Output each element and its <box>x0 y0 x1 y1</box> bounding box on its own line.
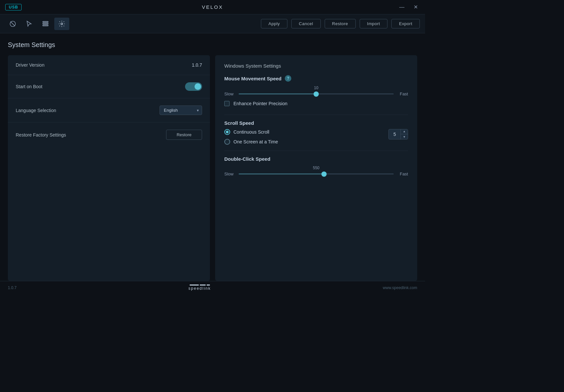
footer-version: 1.0.7 <box>8 286 17 290</box>
titlebar-left: USB <box>5 4 22 10</box>
cancel-button[interactable]: Cancel <box>291 19 320 28</box>
spinner-controls: ▲ ▼ <box>401 129 408 139</box>
svg-point-5 <box>61 23 63 25</box>
enhance-pointer-row: Enhance Pointer Precision <box>224 101 408 106</box>
mouse-speed-slider[interactable] <box>239 93 394 94</box>
driver-version-row: Driver Version 1.0.7 <box>8 55 210 75</box>
restore-factory-row: Restore Factory Settings Restore <box>8 122 210 147</box>
double-click-fill <box>239 173 324 174</box>
right-panel-title: Windows System Settings <box>224 63 408 69</box>
footer-logo-text: speedlink <box>188 286 211 291</box>
mouse-speed-section-title: Mouse Movement Speed ? <box>224 75 408 82</box>
svg-rect-3 <box>43 23 48 24</box>
svg-line-1 <box>10 22 15 26</box>
mouse-speed-help-icon[interactable]: ? <box>285 75 291 82</box>
right-panel: Windows System Settings Mouse Movement S… <box>215 55 417 281</box>
double-click-section-title: Double-Click Speed <box>224 156 408 162</box>
cursor-icon-button[interactable] <box>22 18 37 30</box>
restore-button[interactable]: Restore <box>325 19 356 28</box>
apply-button[interactable]: Apply <box>261 19 287 28</box>
no-icon-button[interactable] <box>5 18 20 30</box>
enhance-pointer-checkbox[interactable] <box>224 101 230 106</box>
footer: 1.0.7 speedlink www.speedlink.com <box>0 281 425 294</box>
start-on-boot-label: Start on Boot <box>16 84 185 89</box>
titlebar: USB VELOX — ✕ <box>0 0 425 14</box>
driver-version-value: 1.0.7 <box>192 62 202 68</box>
continuous-scroll-label: Continuous Scroll <box>233 129 269 135</box>
language-selection-label: Language Selection <box>16 108 160 113</box>
settings-icon <box>58 20 65 27</box>
mouse-speed-label: Mouse Movement Speed <box>224 76 282 81</box>
spinner-up-button[interactable]: ▲ <box>401 129 408 134</box>
one-screen-row: One Screen at a Time <box>224 139 382 145</box>
left-panel: Driver Version 1.0.7 Start on Boot Langu… <box>8 55 210 281</box>
double-click-value: 550 <box>224 166 408 170</box>
scroll-speed-row: Continuous Scroll One Screen at a Time 5… <box>224 129 408 147</box>
mouse-speed-slider-row: Slow Fast <box>224 91 408 96</box>
logo-line-2 <box>200 285 206 286</box>
logo-line-1 <box>190 285 199 286</box>
scroll-speed-title: Scroll Speed <box>224 120 408 126</box>
toolbar-icon-group <box>5 18 69 30</box>
scroll-speed-spinner: 5 ▲ ▼ <box>388 129 408 139</box>
import-button[interactable]: Import <box>360 19 388 28</box>
toggle-track <box>185 82 202 91</box>
toggle-thumb <box>195 83 201 90</box>
language-select-wrapper: English German French Spanish Chinese Ja… <box>160 106 202 115</box>
double-click-slider-row: Slow Fast <box>224 172 408 176</box>
driver-version-label: Driver Version <box>16 62 192 68</box>
list-icon <box>42 20 49 27</box>
restore-factory-label: Restore Factory Settings <box>16 132 166 138</box>
svg-rect-4 <box>43 25 48 26</box>
double-click-label: Double-Click Speed <box>224 156 270 162</box>
one-screen-label: One Screen at a Time <box>233 139 278 144</box>
close-button[interactable]: ✕ <box>412 4 420 10</box>
usb-badge: USB <box>5 4 22 10</box>
double-click-fast-label: Fast <box>398 172 408 176</box>
restore-factory-button[interactable]: Restore <box>166 130 202 140</box>
footer-url: www.speedlink.com <box>383 286 417 290</box>
mouse-speed-fast-label: Fast <box>398 91 408 96</box>
double-click-slider[interactable] <box>239 173 394 174</box>
section-divider-2 <box>224 151 408 151</box>
app-title: VELOX <box>202 4 223 10</box>
start-on-boot-row: Start on Boot <box>8 75 210 98</box>
enhance-pointer-label: Enhance Pointer Precision <box>233 101 287 106</box>
double-click-slow-label: Slow <box>224 172 235 176</box>
footer-logo-lines <box>190 285 210 286</box>
scroll-speed-radios: Continuous Scroll One Screen at a Time <box>224 129 382 147</box>
page-title: System Settings <box>8 41 417 49</box>
continuous-scroll-radio[interactable] <box>224 129 230 135</box>
section-divider-1 <box>224 115 408 115</box>
export-button[interactable]: Export <box>391 19 420 28</box>
one-screen-radio[interactable] <box>224 139 230 145</box>
mouse-speed-slider-container: 10 Slow Fast <box>224 86 408 96</box>
no-icon <box>9 20 16 27</box>
content-grid: Driver Version 1.0.7 Start on Boot Langu… <box>8 55 417 281</box>
mouse-speed-fill <box>239 93 316 94</box>
mouse-speed-value: 10 <box>224 86 408 90</box>
scroll-speed-spinner-value: 5 <box>389 132 401 137</box>
toolbar: Apply Cancel Restore Import Export <box>0 14 425 33</box>
spinner-down-button[interactable]: ▼ <box>401 134 408 139</box>
list-icon-button[interactable] <box>38 18 53 30</box>
toolbar-actions: Apply Cancel Restore Import Export <box>261 19 420 28</box>
logo-line-3 <box>207 285 210 286</box>
double-click-thumb[interactable] <box>321 172 327 177</box>
continuous-scroll-row: Continuous Scroll <box>224 129 382 135</box>
titlebar-controls: — ✕ <box>397 4 420 10</box>
footer-logo: speedlink <box>188 285 211 291</box>
double-click-slider-container: 550 Slow Fast <box>224 166 408 176</box>
mouse-speed-thumb[interactable] <box>314 91 319 97</box>
settings-icon-button[interactable] <box>54 18 69 30</box>
minimize-button[interactable]: — <box>397 4 406 10</box>
main-content: System Settings Driver Version 1.0.7 Sta… <box>0 33 425 281</box>
start-on-boot-toggle[interactable] <box>185 82 202 91</box>
cursor-icon <box>26 20 33 27</box>
language-selection-row: Language Selection English German French… <box>8 98 210 122</box>
language-select[interactable]: English German French Spanish Chinese Ja… <box>160 106 202 115</box>
mouse-speed-slow-label: Slow <box>224 91 235 96</box>
svg-rect-2 <box>43 21 48 22</box>
